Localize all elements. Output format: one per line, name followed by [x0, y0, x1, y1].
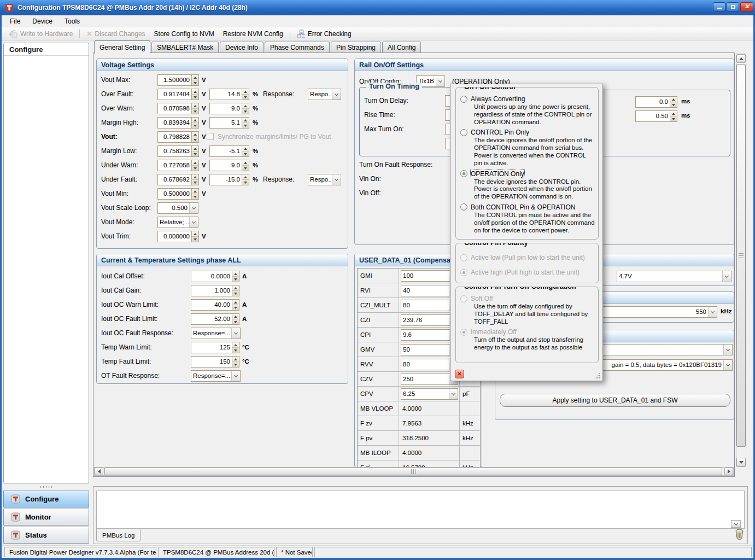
spin-up-icon[interactable]: [192, 118, 198, 123]
spin-down-icon[interactable]: [232, 291, 239, 296]
spinner-buttons[interactable]: [242, 118, 249, 128]
spin-down-icon[interactable]: [192, 137, 198, 142]
spin-down-icon[interactable]: [242, 109, 249, 114]
radio-option-soft-off[interactable]: Soft Off: [460, 295, 598, 302]
under-faultfield[interactable]: 0.678692: [157, 174, 199, 185]
tab-pmbus-log[interactable]: PMBus Log: [96, 529, 141, 541]
radio-option-active-low-pull-pin-low-to-start-the-unit[interactable]: Active low (Pull pin low to start the un…: [460, 254, 598, 261]
under-warnfield[interactable]: 0.727058: [157, 160, 199, 171]
vin-dropdown[interactable]: 4.7V: [617, 271, 731, 282]
spinner-buttons[interactable]: [232, 357, 239, 367]
spin-down-icon[interactable]: [192, 180, 198, 185]
menu-device[interactable]: Device: [26, 16, 58, 27]
store-config-to-nvm-button[interactable]: Store Config to NVM: [150, 29, 219, 39]
radio-option-active-high-pull-high-to-start-the-unit[interactable]: Active high (Pull high to start the unit…: [460, 269, 598, 276]
spin-up-icon[interactable]: [192, 160, 198, 166]
radio-option-always-converting[interactable]: Always Converting: [460, 95, 598, 103]
spin-up-icon[interactable]: [232, 357, 239, 362]
tab-general-setting[interactable]: General Setting: [94, 40, 150, 54]
spin-down-icon[interactable]: [192, 237, 198, 242]
spin-down-icon[interactable]: [232, 305, 239, 310]
chevron-down-icon[interactable]: [231, 371, 240, 381]
spinner-buttons[interactable]: [191, 174, 198, 185]
scroll-right-button[interactable]: [724, 468, 733, 475]
chevron-down-icon[interactable]: [231, 328, 240, 339]
nav-monitor[interactable]: Monitor: [3, 509, 89, 526]
spin-up-icon[interactable]: [232, 342, 239, 348]
under-warnpercent-field[interactable]: -9.0: [209, 160, 249, 171]
scroll-up-button[interactable]: [736, 54, 746, 63]
spin-down-icon[interactable]: [242, 180, 249, 185]
spinner-buttons[interactable]: [232, 271, 239, 282]
close-button[interactable]: ✕: [740, 2, 753, 11]
spin-up-icon[interactable]: [192, 146, 198, 151]
nav-status[interactable]: Status: [3, 527, 89, 544]
spin-down-icon[interactable]: [232, 362, 239, 367]
spin-up-icon[interactable]: [242, 146, 249, 151]
under-faultpercent-field[interactable]: -15.0: [209, 174, 249, 185]
radio-button[interactable]: [460, 129, 467, 136]
spinner-buttons[interactable]: [670, 111, 677, 121]
spin-up-icon[interactable]: [192, 174, 198, 180]
radio-button[interactable]: [460, 203, 467, 211]
write-to-hardware-button[interactable]: Write to Hardware: [5, 29, 77, 39]
vout-maxfield[interactable]: 1.500000: [157, 74, 199, 86]
chevron-down-icon[interactable]: [723, 345, 732, 355]
spinner-buttons[interactable]: [191, 75, 198, 85]
sidebar-splitter[interactable]: [3, 485, 89, 489]
chevron-down-icon[interactable]: [708, 307, 717, 317]
clear-log-trash-icon[interactable]: [735, 529, 744, 541]
spinner-buttons[interactable]: [191, 146, 198, 156]
spinner-buttons[interactable]: [191, 103, 198, 114]
log-scroll-arrow[interactable]: [731, 520, 741, 528]
spin-down-icon[interactable]: [192, 109, 198, 114]
spin-down-icon[interactable]: [232, 319, 239, 324]
spinner-buttons[interactable]: [191, 160, 198, 171]
tab-device-info[interactable]: Device Info: [220, 42, 264, 52]
spin-down-icon[interactable]: [192, 123, 198, 128]
spinner-buttons[interactable]: [191, 118, 198, 128]
temp-warn-limitfield[interactable]: 125: [191, 342, 239, 353]
scroll-down-button[interactable]: [736, 458, 746, 466]
spinner-buttons[interactable]: [242, 160, 249, 171]
spin-up-icon[interactable]: [242, 118, 249, 123]
margin-lowpercent-field[interactable]: -5.1: [209, 145, 249, 157]
radio-option-both-control-pin-operation[interactable]: Both CONTROL Pin & OPERATION: [460, 203, 598, 211]
iout-cal-offsetfield[interactable]: 0.0000: [191, 271, 239, 282]
sync-checkbox[interactable]: [207, 133, 214, 140]
error-checking-button[interactable]: Error Checking: [292, 28, 356, 39]
spinner-buttons[interactable]: [232, 314, 239, 324]
tab-all-config[interactable]: All Config: [382, 42, 421, 52]
tab-phase-commands[interactable]: Phase Commands: [265, 42, 330, 52]
ot-fault-responsedropdown[interactable]: Response=...: [191, 370, 241, 382]
spinner-buttons[interactable]: [242, 89, 249, 100]
radio-button[interactable]: [460, 170, 467, 177]
radio-option-immediately-off[interactable]: Immediately Off: [460, 328, 598, 336]
over-faultfield[interactable]: 0.917404: [157, 89, 199, 100]
spinner-buttons[interactable]: [191, 132, 198, 142]
temp-fault-limitfield[interactable]: 150: [191, 356, 239, 368]
spin-up-icon[interactable]: [242, 103, 249, 109]
menu-tools[interactable]: Tools: [58, 16, 86, 27]
spin-down-icon[interactable]: [242, 151, 249, 156]
spin-down-icon[interactable]: [192, 151, 198, 156]
response-dropdown[interactable]: Respo...: [308, 174, 341, 185]
pmbus-log-textarea[interactable]: [96, 491, 745, 529]
maximize-button[interactable]: [727, 2, 739, 11]
radio-button[interactable]: [460, 96, 467, 103]
vertical-scrollbar[interactable]: [736, 54, 746, 467]
spin-down-icon[interactable]: [192, 166, 198, 171]
scrollbar-thumb[interactable]: [104, 468, 722, 475]
spin-down-icon[interactable]: [232, 348, 239, 353]
chevron-down-icon[interactable]: [723, 360, 732, 370]
radio-button[interactable]: [460, 329, 467, 336]
spin-up-icon[interactable]: [192, 189, 198, 194]
restore-nvm-config-button[interactable]: Restore NVM Config: [219, 29, 288, 39]
apply-setting-button[interactable]: Apply setting to USER_DATA_01 and FSW: [500, 394, 730, 407]
spinner-buttons[interactable]: [242, 174, 249, 185]
chevron-down-icon[interactable]: [332, 89, 341, 100]
spinner-buttons[interactable]: [232, 285, 239, 296]
fall-time-field[interactable]: 0.50: [635, 110, 677, 122]
spinner-buttons[interactable]: [191, 89, 198, 100]
chevron-down-icon[interactable]: [722, 271, 731, 282]
